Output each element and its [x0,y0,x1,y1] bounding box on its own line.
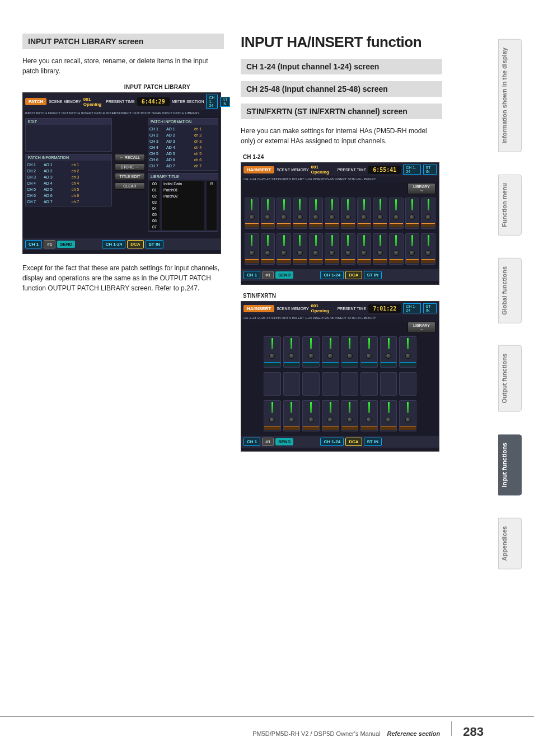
stin-footer-encoder[interactable]: #1 [262,438,274,446]
patch-row[interactable]: CH 6AD 6ch 6 [149,157,217,163]
channel-cell[interactable] [283,400,301,431]
channel-cell[interactable] [277,198,291,229]
stin-select-3[interactable]: ST IN [423,303,437,313]
stin-footer-send[interactable]: SEND [275,438,293,445]
library-row[interactable]: 06 [149,218,217,224]
patch-row[interactable]: CH 7AD 7ch 7 [149,163,217,169]
stin-footer-input[interactable]: CH 1-24 [320,438,344,446]
patch-row[interactable]: CH 4AD 4ch 4 [149,144,217,151]
stin-footer-ch[interactable]: CH 1 [243,438,260,446]
channel-cell[interactable] [421,198,435,229]
ha-footer-encoder[interactable]: #1 [262,271,274,279]
channel-cell[interactable] [380,336,397,368]
footer-encoder[interactable]: #1 [44,240,55,248]
footer-ch[interactable]: CH 1 [25,240,42,248]
library-row[interactable]: 02Patch02 [149,193,217,199]
clear-button[interactable]: CLEAR [115,182,145,190]
tab-appendices[interactable]: Appendices [498,518,522,569]
patch-row[interactable]: CH 5AD 5ch 5 [149,151,217,157]
channel-cell[interactable] [302,336,320,368]
ha-footer-dca[interactable]: DCA [345,271,362,279]
channel-cell[interactable] [341,233,355,265]
channel-cell[interactable] [389,198,404,229]
channel-cell[interactable] [341,336,359,368]
channel-cell[interactable] [380,400,397,431]
channel-cell[interactable] [341,198,355,229]
channel-cell[interactable] [245,198,259,229]
patch-row[interactable]: CH 5AD 5ch 5 [27,186,110,192]
ha-footer-stin[interactable]: ST IN [364,271,382,279]
tab-input-functions[interactable]: Input functions [498,434,522,495]
patch-row[interactable]: CH 2AD 2ch 2 [27,168,110,174]
patch-row[interactable]: CH 3AD 3ch 3 [149,138,217,144]
channel-cell[interactable] [373,233,387,265]
channel-cell[interactable] [360,400,378,431]
channel-cell[interactable] [325,198,339,229]
ha-footer-ch[interactable]: CH 1 [243,271,260,279]
patch-row[interactable]: CH 1AD 1ch 1 [149,126,217,132]
library-button[interactable]: LIBRARY → [407,183,435,194]
title-edit-button[interactable]: TITLE EDIT [115,173,145,180]
stin-footer-dca[interactable]: DCA [345,438,362,446]
channel-cell[interactable] [261,198,275,229]
channel-cell[interactable] [405,198,420,229]
channel-cell[interactable] [309,233,324,265]
patch-row[interactable]: CH 1AD 1ch 1 [27,162,110,168]
library-row[interactable]: 05 [149,212,217,218]
channel-cell[interactable] [309,198,324,229]
ch-select-2[interactable]: CH 1-24 [403,165,420,175]
channel-cell[interactable] [264,400,281,431]
channel-cell[interactable] [421,233,435,265]
recall-button[interactable]: ← RECALL [115,154,145,161]
store-button[interactable]: STORE → [115,163,145,171]
channel-cell[interactable] [325,233,339,265]
library-row[interactable]: 00Initial DataR [149,181,217,187]
tab-global-functions[interactable]: Global functions [498,258,522,323]
channel-cell[interactable] [322,336,339,368]
channel-cell[interactable] [293,233,307,265]
channel-cell[interactable] [357,233,372,265]
tab-information[interactable]: Information shown in the display [498,39,522,152]
library-row[interactable]: 01Patch01 [149,187,217,193]
channel-cell[interactable] [302,400,320,431]
library-row[interactable]: 03 [149,199,217,205]
footer-stin[interactable]: ST IN [146,240,163,248]
library-row[interactable]: 04 [149,205,217,212]
ch-select-3[interactable]: CH 1-24 [403,303,420,313]
nav-tabs[interactable]: INPUT PATCH DIRECT OUT PATCH INSERT PATC… [23,110,221,116]
patch-row[interactable]: CH 3AD 3ch 3 [27,174,110,180]
ha-footer-input[interactable]: CH 1-24 [320,271,344,279]
library-button-2[interactable]: LIBRARY → [407,322,435,333]
ha-nav-tabs[interactable]: CH 1-24 CH25-48 STIN/FXRTN INSERT 1-24 I… [241,176,439,182]
stin-select-2[interactable]: ST IN [423,165,437,175]
channel-cell[interactable] [245,233,259,265]
tab-output-functions[interactable]: Output functions [498,345,522,412]
library-row[interactable]: 07 [149,224,217,230]
channel-cell[interactable] [283,336,301,368]
channel-cell[interactable] [373,198,387,229]
stin-nav-tabs[interactable]: CH 1-24 CH25-48 STIN/FXRTN INSERT 1-24 I… [241,315,439,321]
patch-row[interactable]: CH 7AD 7ch 7 [27,199,110,205]
channel-cell[interactable] [357,198,372,229]
ch-select[interactable]: CH 1-24 [206,95,217,109]
channel-cell[interactable] [261,233,275,265]
channel-cell[interactable] [277,233,291,265]
patch-row[interactable]: CH 2AD 2ch 2 [149,132,217,138]
channel-cell[interactable] [322,400,339,431]
stin-select[interactable]: ST IN [220,97,231,107]
stin-footer-stin[interactable]: ST IN [364,438,382,446]
tab-function-menu[interactable]: Function menu [498,175,522,236]
channel-cell[interactable] [360,336,378,368]
channel-cell[interactable] [399,336,416,368]
footer-send[interactable]: SEND [57,241,75,248]
channel-cell[interactable] [293,198,307,229]
channel-cell[interactable] [264,336,281,368]
patch-row[interactable]: CH 4AD 4ch 4 [27,180,110,186]
channel-cell[interactable] [341,400,359,431]
patch-row[interactable]: CH 6AD 6ch 6 [27,192,110,199]
channel-cell[interactable] [405,233,420,265]
ha-footer-send[interactable]: SEND [275,271,293,279]
footer-input[interactable]: CH 1-24 [102,240,125,248]
footer-dca[interactable]: DCA [127,240,143,248]
channel-cell[interactable] [389,233,404,265]
